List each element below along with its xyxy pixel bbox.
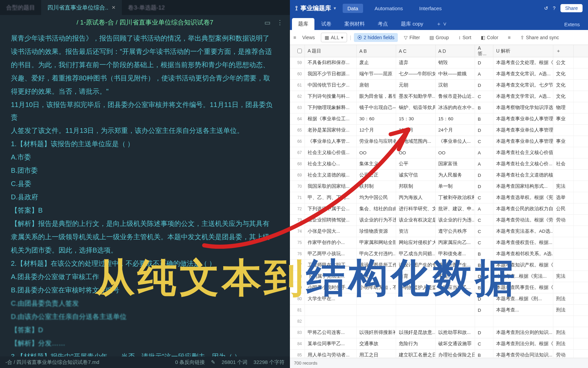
col-answer[interactable]: A 答... [475,45,493,57]
col-question[interactable]: A 题目 [305,45,357,57]
select-all-checkbox[interactable] [297,49,302,53]
col-d[interactable]: A D [436,45,475,57]
table-row[interactable]: 82 [290,316,588,327]
grid-header: A 题目 A B A C A D A 答... U 解析 ＋ [290,45,588,57]
status-backlinks[interactable]: 0 条反向链接 [175,359,205,366]
book-icon[interactable]: ▭ [264,19,271,27]
col-explain[interactable]: U 解析 [493,45,553,57]
doc-line: 机关为团市委。因此，选择B选项。 [11,244,279,257]
history-icon[interactable]: ↺ [544,5,548,11]
table-row[interactable]: 79小明看小说时使手...小明年幼无知，不...小明的监护人是监...小明应当对… [290,282,588,293]
col-checkbox[interactable] [290,45,305,57]
close-icon[interactable]: ✕ [112,5,116,10]
help-icon[interactable]: ? [553,5,556,11]
menu-icon[interactable]: ≡ [293,35,296,40]
table-row[interactable]: 59不具备归档和保存...废止遗弃销毁D本题考查公文处理。根据《...公文 [290,57,588,68]
doc-line: 读书活动的效果。报告最后还写到："开展青少年读书活动的一个重要方面，是推荐合适 [11,45,279,58]
data-grid: A 题目 A B A C A D A 答... U 解析 ＋ 59不具备归档和保… [290,45,588,358]
table-row[interactable]: 62下列诗句按量与科...眼为田舍翁，暮登...墨发不知勤学早...鲁候市是孙山… [290,91,588,102]
hidden-fields-button[interactable]: ⦿ 2 hidden fields [354,33,398,42]
doc-line: 展青少年读书活动的报告》，报告回顾了读书活动的情况，举出典型案例和数据说明了 [11,32,279,45]
table-row[interactable]: 69社会主义道德的核...公平公正诚实守信为人民服务D本题考查社会主义道德的核.… [290,170,588,181]
doc-line: A.团县委办公室做了审核工作 [11,271,279,283]
ttab-4[interactable]: 题库 copy [395,18,429,30]
ttab-1[interactable]: 试卷 [315,18,338,30]
table-row[interactable]: 60我国不少节日都源...端午节——屈原七夕——牛郎织女中秋——嫦娥A本题考查文… [290,68,588,80]
doc-line: D.由该办公室主任亲自分送各主送单位 [11,310,279,323]
sort-button[interactable]: ↕ Sort [455,33,475,42]
doc-line: 人签发了该文件。11月13日，为示郑重，该办公室主任亲自分送各主送单位。 [11,124,279,137]
table-row[interactable]: 71甲、乙、丙、丁为...均为中国公民丙为海族人丁被剥夺政治权利C本题考查选举权… [290,192,588,203]
table-row[interactable]: 63下列物理现象解释...镜子中出现自己——...锅炉、铝壶等炊具...冰冻的肉… [290,102,588,113]
table-row[interactable]: 74小张是中国大...珍惜物质资源资洁遵守公共秩序C本题考查宪法基本。AD选..… [290,226,588,237]
nav-automations[interactable]: Automations [370,4,408,13]
table-row[interactable]: 70我国采取的国家结...联邦制邦联制单一制D本题考查国家结构形式...宪法 [290,181,588,192]
tab-1[interactable]: 四川省直事业单位综合..✕ [41,0,122,15]
editor-pane: 合型的题目 四川省直事业单位综合..✕ 卷3-单选题-12 / 1-原试卷-合 … [0,0,290,368]
tab-2[interactable]: 卷3-单选题-12 [122,0,171,15]
doc-line: C.由团县委负责人签发 [11,297,279,310]
table-row[interactable]: 78下列属于宪法上...结社生育不能...D本题考查...根据《宪法...宪法 [290,271,588,282]
pencil-icon[interactable]: ✎ [211,359,215,365]
doc-line: A.市委 [11,151,279,164]
table-row[interactable]: 61中国传统节日七夕...唐朝元朝汉朝D本题考查文化常识。七夕节...文化 [290,80,588,91]
doc-line: 隶属关系的上一级领导机关或上一级业务主管机关。本题中发文机关是团县委，其上级 [11,231,279,243]
table-row[interactable]: 84某单位同事甲乙...交通事故危险行为破坏交通设施罪C本题考查刑法分则。根据《… [290,338,588,350]
views-button[interactable]: Views [299,33,318,42]
share-button[interactable]: Share [560,4,583,12]
table-row[interactable]: 66《事业单位人事管...劳业单位与应聘者...在地域范围内...《事业单位人.… [290,136,588,147]
table-row[interactable]: 75作家甲创作的小...甲家属和网站全部...网站应对侵权扩大...丙家属应向乙… [290,237,588,248]
share-sync-button[interactable]: ⇪ Share and sync [517,33,562,42]
airtable-pane: ⟟ 事业编题库▾ Data Automations Interfaces ↺ ?… [290,0,588,368]
table-row[interactable]: 68社会主义核心...集体主义公平国家富强A本题考查社会主义核心价...社会 [290,158,588,170]
filter-button[interactable]: ▽ Filter [401,33,423,42]
grid-footer: 700 records [290,358,588,368]
table-row[interactable]: 83甲将乙公司连客...以强奸所得搜新补...以强奸是昆故意...以抢劫罪和故.… [290,327,588,338]
table-row[interactable]: 81D本题考查...刑法 [290,305,588,316]
row-height-button[interactable]: ≡ [504,33,514,42]
table-row[interactable]: 76甲乙两甲小孩玩...甲向乙支付违约...甲乙成当共同赔...甲和债免者...… [290,248,588,260]
doc-line: 3.【材料题】报告中"开展青少年……当否，请批示"这一段应删去，因为（ ） [11,350,279,356]
editor-tabs: 合型的题目 四川省直事业单位综合..✕ 卷3-单选题-12 [0,0,290,15]
topbar: ⟟ 事业编题库▾ Data Automations Interfaces ↺ ?… [290,0,588,16]
document-body: 展青少年读书活动的报告》，报告回顾了读书活动的情况，举出典型案例和数据说明了读书… [0,30,290,356]
breadcrumb: / 1-原试卷-合 / 四川省直事业单位综合知识试卷7 ▭⋮ [0,15,290,30]
add-table-button[interactable]: ＋ ∨ [430,18,453,30]
logo-icon: ⟟ [295,5,298,12]
nav-data[interactable]: Data [343,4,363,13]
doc-line: 2.【材料题】在该公文的处理过程中，不必要或不正确的做法是（ ） [11,257,279,270]
doc-line: 【解析】报告是典型的上行文，是向上级机关陈述事项的公文，主送机关应为与其具有 [11,217,279,230]
tab-0[interactable]: 合型的题目 [0,0,41,15]
more-icon[interactable]: ⋮ [277,19,283,27]
ttab-2[interactable]: 案例材料 [338,18,371,30]
status-bar: -合 / 四川省直事业单位综合知识试卷7.md 0 条反向链接 ✎ 26801 … [0,356,290,368]
app-title[interactable]: ⟟ 事业编题库▾ [295,4,336,12]
extensions-button[interactable]: Extens [558,19,586,30]
doc-line: 得更好的效果。当否，请批示。" [11,85,279,98]
ttab-0[interactable]: 题库 [292,18,314,30]
col-c[interactable]: A C [396,45,436,57]
doc-line: C.县委 [11,178,279,190]
table-row[interactable]: 65老孙是某国家特业...12个月18个月24个月D本题考查事业单位人事管理..… [290,125,588,136]
table-row[interactable]: 67社会主义核心价值...OOOOOOA本题考查社会主义核心价值... [290,147,588,158]
table-row[interactable]: 80大学生甲在...D本题考查...根据《刑...刑法 [290,293,588,305]
doc-line: 11月10日，该报告草拟完毕后，团县委办公室审核并将文件编号。11月11日，团县… [11,98,279,124]
ttab-3[interactable]: 考点 [372,18,394,30]
table-row[interactable]: 73某企业招聘骑驾驶...该企业的行为不违...该企业有权决定是...该企业的行… [290,215,588,226]
group-button[interactable]: ▤ Group [426,33,452,42]
doc-line: 【答案】D [11,324,279,336]
doc-line: D.县政府 [11,191,279,203]
doc-line: 1.【材料题】该报告的主送单位应是（ ） [11,138,279,150]
doc-line: 【答案】B [11,204,279,217]
color-button[interactable]: ◧ Color [477,33,502,42]
table-row[interactable]: 77工程师甲在本职工...该设计图是所工作...该设计图产生的专利...该设计图… [290,260,588,271]
table-row[interactable]: 72下列选项中属于公...集会、结社的自由进行科学研究、文...批评、建议、申.… [290,203,588,215]
table-tabs: 题库 试卷 案例材料 考点 题库 copy ＋ ∨ Extens [290,16,588,30]
view-all-button[interactable]: ▦ ALL ▾ [321,33,347,42]
table-row[interactable]: 85用人单位与劳动者...用工之日建立职工名册之日办理社会保险之日B本题考查劳动… [290,350,588,358]
col-extra[interactable]: ＋ [553,45,574,57]
view-toolbar: ≡ Views ▦ ALL ▾ | ⦿ 2 hidden fields ▽ Fi… [290,30,588,45]
table-row[interactable]: 64根据《事业单位工...30：6015：3015：60B本题考查事业单位人事管… [290,113,588,125]
col-b[interactable]: A B [357,45,396,57]
nav-interfaces[interactable]: Interfaces [414,4,446,13]
